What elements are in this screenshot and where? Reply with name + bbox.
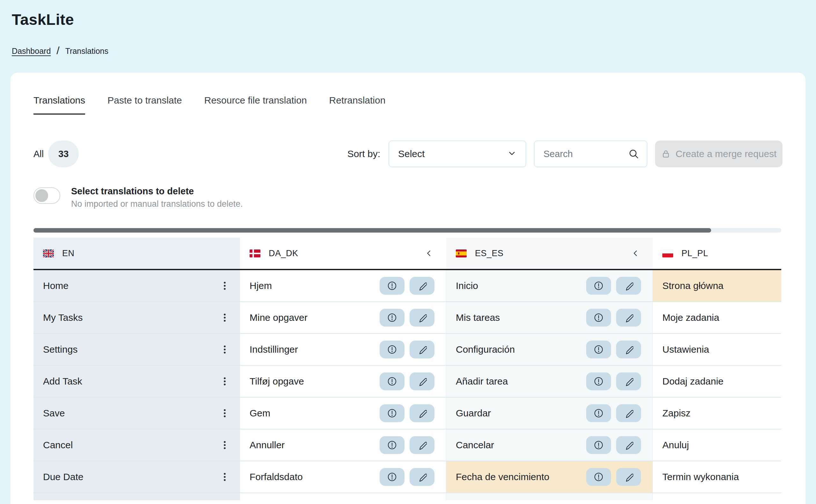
- translation-cell-es: Configuración: [446, 334, 653, 366]
- translation-cell-pl: Moje zadania: [653, 302, 781, 334]
- table-row: Home Hjem: [33, 270, 781, 302]
- translation-cell-da: Gem: [240, 398, 446, 429]
- breadcrumb-dashboard-link[interactable]: Dashboard: [12, 47, 51, 56]
- translation-text: Termin wykonania: [662, 472, 739, 482]
- select-translations-toggle[interactable]: [33, 187, 60, 204]
- tab-retranslation[interactable]: Retranslation: [329, 95, 386, 115]
- row-menu-button[interactable]: [219, 278, 231, 293]
- translation-info-button[interactable]: [586, 341, 611, 358]
- row-menu-button[interactable]: [219, 374, 231, 389]
- sort-by-label: Sort by:: [347, 148, 380, 159]
- translation-cell-da: [240, 493, 446, 500]
- translation-text: Hjem: [249, 280, 272, 291]
- source-cell: My Tasks: [33, 302, 240, 334]
- row-menu-button[interactable]: [219, 406, 231, 421]
- translation-cell-pl: Zapisz: [653, 398, 781, 429]
- translation-info-button[interactable]: [379, 404, 404, 422]
- translation-cell-pl: [653, 493, 781, 500]
- translation-info-button[interactable]: [586, 309, 611, 327]
- translation-info-button[interactable]: [586, 436, 611, 454]
- source-cell: Save: [33, 398, 240, 429]
- horizontal-scrollbar-track[interactable]: [33, 228, 781, 233]
- tab-translations[interactable]: Translations: [33, 95, 85, 115]
- edit-translation-button[interactable]: [616, 436, 641, 454]
- translation-cell-da: Hjem: [240, 270, 446, 302]
- tab-bar: Translations Paste to translate Resource…: [33, 95, 783, 115]
- table-row: Cancel Annuller: [33, 429, 781, 461]
- tab-resource-file-translation[interactable]: Resource file translation: [204, 95, 307, 115]
- source-cell: Home: [33, 270, 240, 302]
- filter-row: All 33 Sort by: Select Create a: [33, 140, 783, 168]
- edit-translation-button[interactable]: [616, 468, 641, 486]
- column-header-en: EN: [33, 238, 240, 270]
- edit-translation-button[interactable]: [616, 277, 641, 295]
- translation-info-button[interactable]: [379, 341, 404, 358]
- breadcrumb-separator: /: [56, 44, 59, 57]
- edit-translation-button[interactable]: [410, 341, 435, 358]
- translation-info-button[interactable]: [586, 372, 611, 390]
- search-field: [534, 140, 647, 167]
- chevron-down-icon: [507, 148, 517, 159]
- source-text: Add Task: [43, 376, 82, 387]
- main-card: Translations Paste to translate Resource…: [11, 73, 805, 504]
- translation-info-button[interactable]: [586, 468, 611, 486]
- edit-translation-button[interactable]: [616, 404, 641, 422]
- edit-translation-button[interactable]: [616, 309, 641, 327]
- tab-paste-to-translate[interactable]: Paste to translate: [107, 95, 182, 115]
- uk-flag-icon: [43, 249, 54, 257]
- translation-text: Mis tareas: [456, 312, 500, 323]
- edit-translation-button[interactable]: [410, 468, 435, 486]
- translation-cell-pl: Anuluj: [653, 429, 781, 461]
- source-text: Due Date: [43, 472, 83, 482]
- edit-translation-button[interactable]: [616, 372, 641, 390]
- edit-translation-button[interactable]: [410, 309, 435, 327]
- translation-text: Mine opgaver: [249, 312, 307, 323]
- column-header-label: PL_PL: [682, 248, 708, 258]
- collapse-column-button[interactable]: [423, 247, 436, 260]
- translation-info-button[interactable]: [586, 404, 611, 422]
- translation-info-button[interactable]: [379, 468, 404, 486]
- translation-info-button[interactable]: [379, 277, 404, 295]
- row-menu-button[interactable]: [219, 342, 231, 357]
- all-count-badge: 33: [48, 140, 79, 167]
- translation-text: Indstillinger: [249, 344, 298, 355]
- sort-select[interactable]: Select: [388, 140, 526, 167]
- delete-toggle-description: No imported or manual translations to de…: [71, 199, 243, 209]
- translation-cell-es: Mis tareas: [446, 302, 653, 334]
- source-text: Home: [43, 280, 69, 291]
- source-cell: Cancel: [33, 429, 240, 461]
- collapse-column-button[interactable]: [629, 247, 642, 260]
- create-merge-request-button[interactable]: Create a merge request: [655, 140, 783, 167]
- translation-text: Ustawienia: [662, 344, 709, 355]
- search-icon: [628, 148, 639, 159]
- sort-select-value: Select: [398, 148, 425, 159]
- translation-cell-da: Mine opgaver: [240, 302, 446, 334]
- edit-translation-button[interactable]: [410, 404, 435, 422]
- denmark-flag-icon: [249, 249, 260, 257]
- source-text: Save: [43, 408, 65, 419]
- all-filter[interactable]: All 33: [33, 140, 79, 167]
- create-merge-request-label: Create a merge request: [676, 148, 777, 159]
- row-menu-button[interactable]: [219, 438, 231, 452]
- search-input[interactable]: [544, 149, 628, 159]
- translation-info-button[interactable]: [379, 372, 404, 390]
- translation-text: Gem: [249, 408, 270, 419]
- edit-translation-button[interactable]: [410, 277, 435, 295]
- translation-cell-pl: Dodaj zadanie: [653, 366, 781, 398]
- translation-text: Tilføj opgave: [249, 376, 304, 387]
- edit-translation-button[interactable]: [616, 341, 641, 358]
- column-header-es-es: ES_ES: [446, 238, 653, 270]
- translation-info-button[interactable]: [379, 436, 404, 454]
- source-text: My Tasks: [43, 312, 83, 323]
- edit-translation-button[interactable]: [410, 372, 435, 390]
- table-body: Home Hjem: [33, 270, 781, 500]
- edit-translation-button[interactable]: [410, 436, 435, 454]
- horizontal-scrollbar-thumb[interactable]: [33, 228, 711, 233]
- translation-text: Cancelar: [456, 440, 494, 450]
- row-menu-button[interactable]: [219, 310, 231, 325]
- lock-icon: [661, 149, 671, 159]
- translation-info-button[interactable]: [379, 309, 404, 327]
- translation-cell-es: Cancelar: [446, 429, 653, 461]
- row-menu-button[interactable]: [219, 470, 231, 484]
- translation-info-button[interactable]: [586, 277, 611, 295]
